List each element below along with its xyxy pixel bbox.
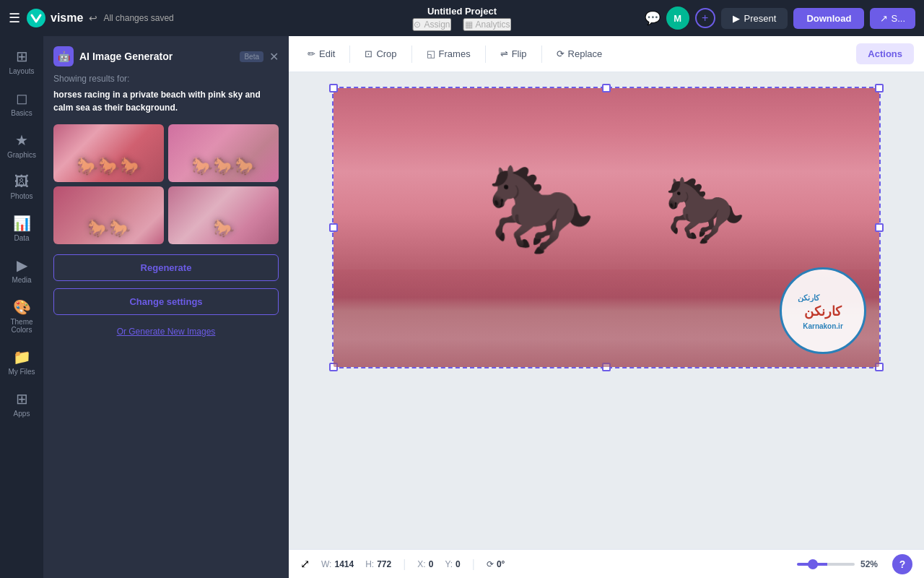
topbar-right: 💬 M + ▶ Present Download ↗ S...: [645, 7, 915, 30]
rotate-value: 0°: [497, 559, 505, 569]
width-label: W:: [321, 559, 331, 569]
sidebar: ⊞ Layouts ◻ Basics ★ Graphics 🖼 Photos 📊…: [0, 36, 43, 578]
sidebar-item-label: Basics: [11, 109, 32, 117]
image-thumb-3[interactable]: 🐎🐎: [53, 186, 164, 244]
svg-point-0: [27, 9, 45, 27]
saved-status: All changes saved: [103, 13, 173, 23]
panel-header: 🤖 AI Image Generator Beta ✕: [43, 36, 289, 74]
sidebar-item-label: Data: [14, 234, 29, 242]
query-text: horses racing in a private beach with pi…: [43, 88, 289, 124]
sidebar-item-graphics[interactable]: ★ Graphics: [2, 126, 41, 165]
topbar-left: ☰ visme ↩ All changes saved: [9, 8, 639, 28]
sidebar-item-apps[interactable]: ⊞ Apps: [2, 384, 41, 423]
image-thumb-1[interactable]: 🐎🐎🐎: [53, 124, 164, 182]
visme-logo-icon: [26, 8, 46, 28]
x-value: 0: [429, 559, 434, 569]
sidebar-item-label: Apps: [14, 410, 30, 418]
sidebar-item-theme-colors[interactable]: 🎨 Theme Colors: [2, 293, 41, 340]
toolbar-separator-4: [541, 46, 542, 63]
share-icon: ↗: [880, 13, 888, 24]
analytics-button[interactable]: ▦ Analytics: [463, 18, 512, 31]
sidebar-item-label: My Files: [8, 368, 35, 376]
analytics-icon: ▦: [465, 20, 473, 30]
horse-silhouette-2: 🐎🐎🐎: [191, 156, 256, 176]
canvas-wrapper: کارنکن کارنکن Karnakon.ir: [332, 87, 881, 368]
image-thumb-2[interactable]: 🐎🐎🐎: [168, 124, 279, 182]
horse-silhouette-4: 🐎: [213, 218, 235, 238]
handle-middle-right[interactable]: [875, 223, 884, 232]
apps-icon: ⊞: [16, 390, 28, 407]
help-button[interactable]: ?: [892, 554, 912, 574]
handle-middle-left[interactable]: [329, 223, 338, 232]
undo-icon[interactable]: ↩: [89, 12, 97, 24]
logo[interactable]: visme: [26, 8, 83, 28]
sidebar-item-label: Theme Colors: [5, 318, 38, 334]
width-value: 1414: [334, 559, 354, 569]
rotate-icon: ⟳: [487, 559, 494, 569]
image-toolbar: ✏ Edit ⊡ Crop ◱ Frames ⇌ Flip ⟳ Replace: [289, 36, 924, 72]
image-thumb-4[interactable]: 🐎: [168, 186, 279, 244]
toolbar-separator-1: [349, 46, 350, 63]
comment-button[interactable]: 💬: [645, 10, 661, 26]
status-bar: ⤢ W: 1414 H: 772 | X: 0 Y: 0 | ⟳ 0°: [289, 549, 924, 578]
sidebar-item-label: Photos: [10, 192, 32, 200]
zoom-value: 52%: [860, 559, 886, 569]
my-files-icon: 📁: [13, 348, 31, 366]
height-status: H: 772: [365, 559, 391, 569]
karnakon-url: Karnakon.ir: [803, 322, 843, 330]
replace-icon: ⟳: [557, 48, 565, 59]
zoom-slider[interactable]: [797, 563, 855, 566]
play-icon: ▶: [733, 13, 740, 24]
sidebar-item-basics[interactable]: ◻ Basics: [2, 84, 41, 123]
showing-results-label: Showing results for:: [43, 74, 289, 88]
topbar-center: Untitled Project ⊙ Assign ▦ Analytics: [412, 6, 511, 31]
sidebar-item-label: Graphics: [7, 151, 36, 159]
rotate-status: ⟳ 0°: [487, 559, 505, 569]
main-content: ⊞ Layouts ◻ Basics ★ Graphics 🖼 Photos 📊…: [0, 36, 924, 578]
handle-top-middle[interactable]: [602, 84, 611, 92]
horse-silhouette-1: 🐎🐎🐎: [77, 156, 141, 176]
height-label: H:: [365, 559, 374, 569]
sidebar-item-media[interactable]: ▶ Media: [2, 251, 41, 290]
assign-button[interactable]: ⊙ Assign: [412, 18, 451, 31]
sidebar-item-label: Media: [12, 276, 31, 284]
flip-button[interactable]: ⇌ Flip: [492, 44, 536, 64]
canvas-logo: کارنکن کارنکن Karnakon.ir: [780, 267, 866, 354]
svg-text:کارنکن: کارنکن: [798, 293, 820, 302]
panel-title: AI Image Generator: [79, 51, 234, 62]
basics-icon: ◻: [16, 90, 28, 107]
frames-button[interactable]: ◱ Frames: [418, 44, 479, 64]
media-icon: ▶: [17, 256, 27, 274]
canvas-area[interactable]: کارنکن کارنکن Karnakon.ir: [289, 72, 924, 549]
replace-button[interactable]: ⟳ Replace: [548, 44, 611, 64]
handle-top-left[interactable]: [329, 84, 338, 92]
add-collaborator-button[interactable]: +: [695, 8, 715, 28]
frames-icon: ◱: [427, 48, 435, 59]
photos-icon: 🖼: [14, 173, 29, 190]
y-label: Y:: [445, 559, 453, 569]
share-button[interactable]: ↗ S...: [870, 8, 915, 29]
menu-icon[interactable]: ☰: [9, 10, 20, 26]
graphics-icon: ★: [15, 131, 28, 149]
change-settings-button[interactable]: Change settings: [53, 288, 279, 315]
sidebar-item-photos[interactable]: 🖼 Photos: [2, 168, 41, 206]
actions-button[interactable]: Actions: [856, 43, 914, 64]
download-button[interactable]: Download: [793, 8, 864, 29]
present-button[interactable]: ▶ Present: [721, 8, 788, 29]
close-panel-button[interactable]: ✕: [269, 50, 279, 64]
edit-button[interactable]: ✏ Edit: [299, 44, 344, 64]
width-status: W: 1414: [321, 559, 354, 569]
handle-top-right[interactable]: [875, 84, 884, 92]
topbar-actions: ⊙ Assign ▦ Analytics: [412, 18, 511, 31]
logo-decoration: کارنکن: [798, 292, 848, 302]
crop-button[interactable]: ⊡ Crop: [356, 44, 405, 64]
sidebar-item-layouts[interactable]: ⊞ Layouts: [2, 42, 41, 81]
regenerate-button[interactable]: Regenerate: [53, 254, 279, 281]
sidebar-item-data[interactable]: 📊 Data: [2, 209, 41, 248]
topbar: ☰ visme ↩ All changes saved Untitled Pro…: [0, 0, 924, 36]
generate-new-link[interactable]: Or Generate New Images: [43, 322, 289, 347]
project-title[interactable]: Untitled Project: [427, 6, 497, 17]
crop-icon: ⊡: [365, 48, 372, 59]
toolbar-separator-3: [485, 46, 486, 63]
sidebar-item-my-files[interactable]: 📁 My Files: [2, 342, 41, 381]
